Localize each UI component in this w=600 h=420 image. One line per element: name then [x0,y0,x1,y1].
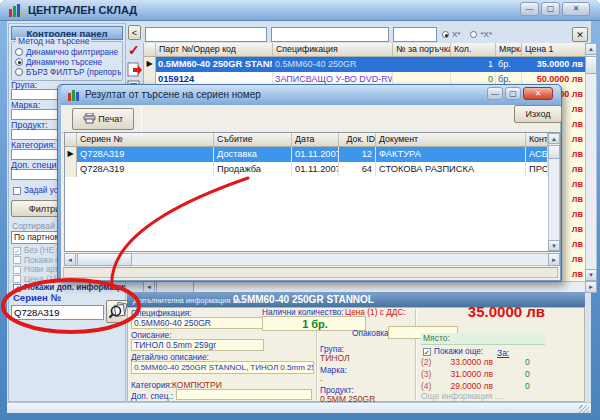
checkbox-icon: ✓ [13,284,21,292]
radio-icon [442,31,449,38]
window-title: ЦЕНТРАЛЕН СКЛАД [28,0,137,21]
print-button[interactable]: Печат [72,108,134,130]
column-header[interactable]: Парт №/Ордер код [156,43,273,56]
search-method-option[interactable]: Динамично филтриране [15,47,121,57]
row-selector [65,162,77,177]
doc-id-cell: 12 [339,147,376,162]
dialog-hscrollbar[interactable] [64,253,560,266]
dialog-grid-rows: ▶Q728A319Доставка01.11.200712ФАКТУРААСБИ… [65,147,548,177]
date-cell: 01.11.2007 [292,162,339,177]
scroll-down-icon[interactable]: ▼ [548,240,560,251]
dialog-table-row[interactable]: Q728A319Продажба01.11.200764СТОКОВА РАЗП… [65,162,548,177]
match-mode-label: X* [452,30,460,39]
column-header[interactable]: Кол. [451,43,496,56]
collapse-panel-button[interactable]: < [128,25,141,40]
order-cell [393,57,451,72]
serial-number-label: Сериен № [13,292,61,303]
magnifier-icon [108,301,128,320]
brand-value: . [320,373,322,383]
part-filter-input[interactable] [145,27,267,42]
radio-icon [15,68,23,76]
exit-button[interactable]: Изход [514,105,562,123]
brand-label: Марка: [320,366,347,375]
column-header[interactable]: Документ [376,133,526,146]
scroll-right-icon[interactable]: ► [548,253,560,266]
column-header[interactable]: Контрагент [526,133,548,146]
contragent-cell: АСБИС БЪ [526,147,548,162]
confirm-icon[interactable]: ✓ [128,42,144,58]
event-cell: Доставка [214,147,292,162]
dialog-status-bar [63,267,558,278]
column-header[interactable]: Сериен № [77,133,214,146]
spec-value: 0.5MM60-40 250GR [131,317,264,329]
checkbox-icon [13,266,21,274]
price-tier-row: (3)31.0000 лв0 [421,368,555,380]
scroll-up-icon[interactable]: ▲ [548,133,560,144]
close-button[interactable]: ✕ [562,2,590,16]
column-header[interactable]: Цена 1 [522,43,585,56]
price-tiers: (2)33.0000 лв0(3)31.0000 лв0(4)29.0000 л… [421,356,555,392]
table-row[interactable]: ▶0.5MM60-40 250GR STANNOL0.5MM60-40 250G… [144,57,585,72]
minimize-button[interactable]: — [520,2,539,16]
spec-filter-input[interactable] [271,27,389,42]
scroll-right-icon[interactable]: ► [585,281,597,293]
match-mode-option[interactable]: *X* [470,30,492,39]
hscroll-thumb[interactable] [77,253,132,266]
checkbox-icon [13,256,21,264]
serial-search-dialog: Резултат от търсене на сериен номер — ▢ … [57,84,562,282]
print-button-label: Печат [98,114,123,124]
scroll-up-icon[interactable]: ▲ [585,43,597,55]
filter-option-label: Покажи с [24,256,59,265]
price-tier-row: (2)33.0000 лв0 [421,356,555,368]
row-selector: ▶ [65,147,77,162]
clear-filter-button[interactable]: ✕ [572,27,588,42]
vscroll-thumb[interactable] [585,56,597,74]
column-header[interactable]: № за поръчка [393,43,451,56]
column-header[interactable]: Спецификация [273,43,393,56]
paste-arrow-icon[interactable] [127,62,143,78]
central-warehouse-window: ЦЕНТРАЛЕН СКЛАД — ▢ ✕ Контролен панел Ме… [0,0,600,420]
row-selector-header [65,133,77,146]
vscroll-thumb[interactable] [548,145,560,159]
search-method-label: Динамично търсене [26,58,102,67]
search-method-option[interactable]: Динамично търсене [15,57,121,67]
search-method-option[interactable]: БЪРЗ ФИЛТЪР (препоръч.) [15,67,121,77]
row-selector: ▶ [144,57,156,72]
qty-cell: 1 [451,57,496,72]
extra-spec-label: Доп. спец.: [131,392,173,401]
column-header[interactable]: Мярка [496,43,522,56]
checkbox-icon [13,187,21,195]
search-method-label: БЪРЗ ФИЛТЪР (препоръч.) [26,68,121,77]
resize-grip[interactable] [579,405,589,413]
dialog-grid: Сериен №СъбитиеДатаДок. IDДокументКонтра… [65,133,548,177]
tier-index: (2) [421,356,431,368]
dialog-close-button[interactable]: ✕ [523,87,553,100]
more-info-link[interactable]: Още информация .... [421,391,504,402]
match-mode-label: *X* [480,30,492,39]
column-header[interactable]: Събитие [214,133,292,146]
column-header[interactable]: Дата [292,133,339,146]
dialog-table-row[interactable]: ▶Q728A319Доставка01.11.200712ФАКТУРААСБИ… [65,147,548,162]
tier-price: 31.0000 лв [433,368,493,380]
dialog-minimize-button[interactable]: — [487,87,503,100]
scroll-left-icon[interactable]: ◄ [64,253,76,266]
printer-icon [83,113,96,124]
tier-price: 33.0000 лв [433,356,493,368]
match-mode-option[interactable]: X* [442,30,460,39]
app-icon [8,3,23,22]
category-label: Категория: [131,381,172,390]
tier-index: (3) [421,368,431,380]
radio-icon [470,31,477,38]
description-value: ТИНОЛ 0.5mm 259gr [131,339,264,351]
maximize-button[interactable]: ▢ [541,2,560,16]
filter-option-label: Нови арт [24,265,58,274]
detail-value: 0.5MM60-40 250GR STANNOL, ТИНОЛ 0.5mm 25… [131,361,314,374]
checkbox-icon: ✓ [423,348,431,356]
column-header[interactable]: Док. ID [339,133,376,146]
event-cell: Продажба [214,162,292,177]
order-filter-input[interactable] [393,27,437,42]
scroll-down-icon[interactable]: ▼ [585,269,597,281]
products-vscrollbar[interactable] [585,43,597,281]
serial-number-input[interactable] [11,305,104,320]
dialog-maximize-button[interactable]: ▢ [505,87,521,100]
